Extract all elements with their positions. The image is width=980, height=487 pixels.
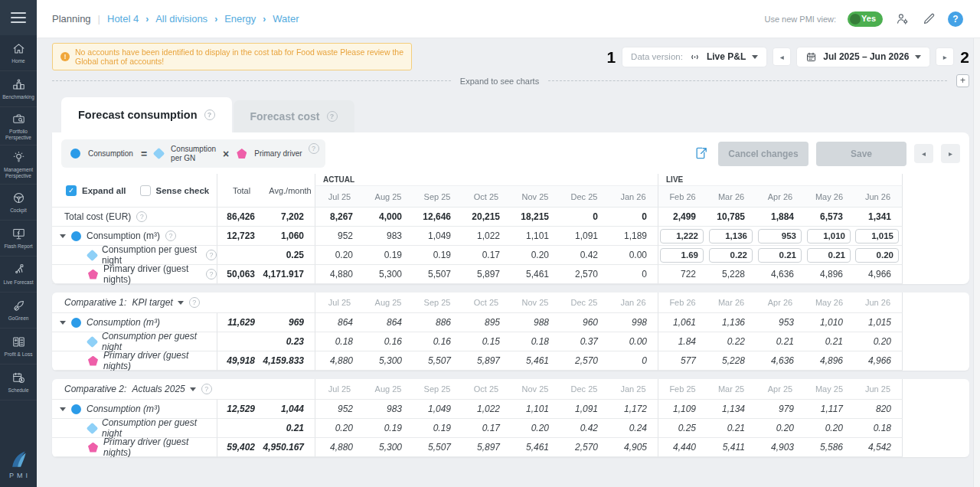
chevron-down-icon (915, 55, 921, 62)
help-icon[interactable]: ? (201, 384, 212, 394)
sidebar-item-portfolio-perspective[interactable]: Portfolio Perspective (0, 107, 37, 145)
month-value-cell: 1,109 (658, 400, 707, 419)
breadcrumb-hotel[interactable]: Hotel 4 (107, 13, 139, 25)
sidebar-item-cockpit[interactable]: Cockpit (0, 185, 37, 221)
chevron-down-icon (190, 387, 196, 394)
table-prev-button[interactable]: ◂ (914, 144, 933, 163)
row-label-text: Consumption (m³) (87, 404, 160, 414)
live-value-input[interactable] (709, 229, 753, 244)
avg-column-header: Avg./month (266, 174, 315, 208)
dashed-divider (52, 80, 451, 81)
sidebar-item-label: Profit & Loss (5, 351, 33, 358)
menu-icon[interactable] (0, 0, 37, 35)
breadcrumb-category[interactable]: Energy (224, 13, 256, 25)
help-icon[interactable]: ? (206, 250, 217, 260)
expand-charts-label[interactable]: Expand to see charts (460, 77, 539, 86)
total-cell: 50,063 (217, 265, 266, 284)
help-icon[interactable]: ? (136, 211, 147, 222)
month-value-cell: 864 (315, 313, 364, 332)
month-value-cell: 820 (854, 400, 903, 419)
sidebar-item-management-perspective[interactable]: Management Perspective (0, 145, 37, 184)
live-value-input[interactable] (807, 229, 851, 244)
month-header: Sep 25 (413, 186, 462, 208)
collapse-caret-icon[interactable] (60, 234, 66, 241)
month-value-cell: 1,049 (413, 400, 462, 419)
save-button[interactable]: Save (816, 142, 906, 166)
period-next-button[interactable]: ▸ (936, 48, 953, 65)
month-value-cell: 1,189 (609, 227, 658, 246)
month-header: Feb 25 (658, 379, 707, 400)
calendar-clock-icon (11, 371, 26, 385)
month-value-cell: 1,015 (854, 313, 903, 332)
live-value-input[interactable] (709, 248, 753, 263)
comparative-selector-value: KPI target (132, 297, 172, 308)
live-value-input[interactable] (660, 229, 704, 244)
sidebar-item-label: GoGreen (8, 315, 29, 322)
row-label: Consumption per guest night (52, 419, 217, 438)
flash-monitor-icon (11, 227, 26, 241)
live-value-input[interactable] (758, 229, 802, 244)
breadcrumb-subcategory[interactable]: Water (273, 13, 299, 25)
month-header: Nov 25 (511, 186, 560, 208)
expand-all-checkbox[interactable]: ✓Expand all (66, 185, 126, 196)
period-prev-button[interactable]: ◂ (773, 48, 790, 65)
help-icon[interactable]: ? (189, 297, 200, 308)
month-header: Oct 25 (462, 186, 511, 208)
collapse-caret-icon[interactable] (60, 321, 66, 328)
month-value-cell: 1,101 (511, 400, 560, 419)
month-header: Jul 25 (315, 186, 364, 208)
sidebar-item-benchmarking[interactable]: Benchmarking (0, 71, 37, 107)
table-next-button[interactable]: ▸ (941, 144, 960, 163)
help-icon[interactable]: ? (165, 230, 176, 241)
sidebar-item-live-forecast[interactable]: Live Forecast (0, 257, 37, 293)
sidebar-item-flash-report[interactable]: Flash Report (0, 221, 37, 257)
month-value-cell: 0.18 (315, 332, 364, 351)
live-value-input[interactable] (807, 248, 851, 263)
comparative-selector-dropdown[interactable]: KPI target (132, 297, 183, 308)
live-value-input[interactable] (660, 248, 704, 263)
row-label-text: Consumption (m³) (87, 317, 160, 328)
help-button[interactable]: ? (948, 11, 963, 27)
formula-legend: Consumption = Consumption per GN × Prima… (61, 139, 325, 168)
month-header: May 25 (805, 379, 854, 400)
live-input-cell (756, 227, 805, 246)
cancel-changes-button[interactable]: Cancel changes (718, 142, 808, 166)
tab-forecast-cost[interactable]: Forecast cost ? (234, 100, 354, 132)
live-value-input[interactable] (855, 229, 899, 244)
sidebar-item-gogreen[interactable]: GoGreen (0, 293, 37, 328)
month-value-cell: 0.24 (609, 419, 658, 438)
collapse-caret-icon[interactable] (60, 407, 66, 414)
month-value-cell: 0.22 (707, 332, 756, 351)
calendar-icon (805, 51, 817, 63)
help-icon[interactable]: ? (327, 111, 338, 122)
avg-cell: 4,171.917 (266, 265, 315, 284)
help-icon[interactable]: ? (204, 109, 215, 120)
sidebar-item-label: Portfolio Perspective (1, 129, 36, 141)
month-header: Aug 25 (364, 379, 413, 400)
comparative-selector-dropdown[interactable]: Actuals 2025 (132, 384, 195, 394)
pmi-view-toggle[interactable]: Yes (848, 11, 883, 27)
edit-button[interactable] (921, 11, 936, 27)
export-button[interactable] (694, 145, 710, 162)
pmi-logo: PMI (6, 449, 31, 479)
sidebar-item-label: Management Perspective (1, 167, 36, 179)
help-icon[interactable]: ? (309, 143, 319, 154)
breadcrumb-division[interactable]: All divisions (155, 13, 207, 25)
expand-charts-button[interactable]: + (956, 74, 969, 87)
sidebar-item-home[interactable]: Home (0, 35, 37, 71)
sidebar-item-profit-loss[interactable]: Profit & Loss (0, 328, 37, 364)
month-value-cell: 0.21 (805, 332, 854, 351)
date-range-dropdown[interactable]: Jul 2025 – Jun 2026 (797, 47, 929, 67)
data-version-dropdown[interactable]: Data version: Live P&L (622, 47, 766, 67)
sidebar-item-schedule[interactable]: Schedule (0, 364, 37, 400)
live-value-input[interactable] (855, 248, 899, 263)
user-settings-button[interactable] (894, 11, 910, 27)
month-value-cell: 5,411 (707, 438, 756, 457)
live-value-input[interactable] (758, 248, 802, 263)
avg-cell: 7,202 (266, 208, 315, 227)
chevron-down-icon (178, 301, 184, 308)
tab-forecast-consumption[interactable]: Forecast consumption ? (61, 97, 232, 132)
help-icon[interactable]: ? (206, 269, 217, 279)
sense-check-checkbox[interactable]: Sense check (140, 185, 210, 196)
avg-cell: 0.25 (266, 246, 315, 265)
